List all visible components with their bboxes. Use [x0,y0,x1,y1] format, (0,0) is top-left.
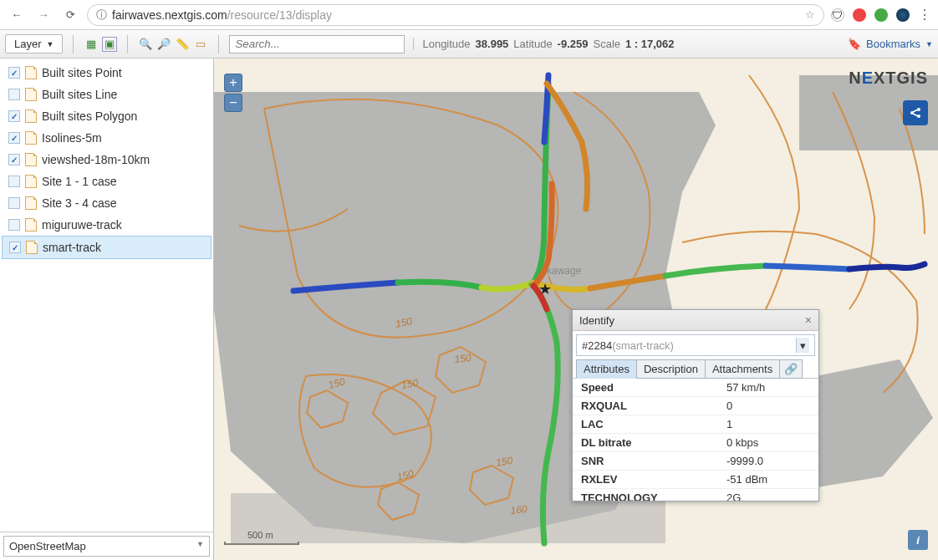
shield-icon[interactable]: 🛡 [831,8,844,22]
basemap-selector[interactable]: OpenStreetMap ▼ [3,536,210,557]
identify-feature-layer: (smart-track) [612,339,674,352]
layer-item[interactable]: miguruwe-track [2,214,212,236]
svg-text:★: ★ [538,281,552,298]
opera-icon[interactable] [853,8,866,22]
checkbox[interactable] [8,67,20,79]
layer-label: Site 3 - 4 case [42,196,117,210]
checkbox[interactable] [8,89,20,100]
layer-item[interactable]: Built sites Polygon [2,105,212,127]
basemap-selector-wrap: OpenStreetMap ▼ [0,532,213,560]
reload-button[interactable]: ⟳ [60,5,80,25]
layer-label: Isolines-5m [42,131,102,145]
chevron-down-icon: ▾ [796,338,809,353]
share-button[interactable] [903,100,928,125]
checkbox[interactable] [8,132,20,144]
attr-value: -9999.0 [726,455,810,467]
measure-area-icon[interactable]: ▭ [193,37,208,52]
url-text: fairwaves.nextgis.com/resource/13/displa… [112,8,800,22]
attribute-row: Speed57 km/h [573,379,818,397]
sidebar: Built sites Point Built sites Line Built… [0,59,214,560]
chevron-down-icon: ▼ [47,40,54,48]
browser-toolbar: ← → ⟳ ⓘ fairwaves.nextgis.com/resource/1… [0,0,938,30]
identify-feature-select[interactable]: #2284 (smart-track) ▾ [576,334,815,356]
layer-item[interactable]: smart-track [2,236,212,259]
checkbox[interactable] [9,242,21,253]
zoom-out-button[interactable]: − [224,94,242,112]
attr-key: LAC [581,418,726,430]
identify-title: Identify [579,314,614,327]
attr-key: TECHNOLOGY [581,491,726,498]
document-icon [25,175,37,188]
bookmark-icon: 🔖 [848,38,861,50]
checkbox[interactable] [8,176,20,187]
tab-description[interactable]: Description [636,359,706,379]
attribute-row: DL bitrate0 kbps [573,434,818,452]
attr-value: 2G [726,491,810,498]
info-button[interactable]: i [908,530,928,550]
layer-label: smart-track [43,241,101,254]
search-input[interactable] [229,35,405,53]
map[interactable]: ★ kawage 150 150 150 150 150 150 160 + −… [214,59,938,560]
attr-value: 0 kbps [726,436,810,449]
attr-value: -51 dBm [726,473,810,486]
extension-icons: 🛡 ⋮ [831,7,931,23]
star-icon[interactable]: ☆ [805,8,815,21]
document-icon [25,131,37,145]
green-ext-icon[interactable] [874,8,888,22]
checkbox[interactable] [8,154,20,165]
chevron-down-icon: ▼ [196,540,204,552]
document-icon [26,241,38,254]
zoom-control: + − [224,74,242,114]
attr-value: 57 km/h [726,381,810,394]
zoom-in-icon[interactable]: 🔍 [138,37,153,52]
attribute-row: SNR-9999.0 [573,452,818,471]
document-icon [25,196,37,210]
attribute-row: TECHNOLOGY2G [573,489,818,501]
zoom-out-icon[interactable]: 🔎 [156,37,171,52]
checkbox[interactable] [8,219,20,231]
attr-value: 1 [726,418,810,430]
layer-item[interactable]: Isolines-5m [2,127,212,149]
document-icon [25,88,37,101]
url-bar[interactable]: ⓘ fairwaves.nextgis.com/resource/13/disp… [87,4,824,26]
tab-attributes[interactable]: Attributes [576,359,637,379]
layer-label: Built sites Line [42,88,117,101]
attribute-row: LAC1 [573,415,818,434]
attr-key: Speed [581,381,726,394]
blue-ext-icon[interactable] [896,8,910,22]
zoom-in-button[interactable]: + [224,74,242,92]
select-all-icon[interactable]: ▦ [84,37,99,52]
coordinates: Longitude 38.995 Latitude -9.259 Scale 1… [413,38,674,50]
document-icon [25,109,37,123]
layer-item[interactable]: viewshed-18m-10km [2,149,212,171]
back-button[interactable]: ← [7,5,27,25]
layer-label: miguruwe-track [42,218,122,232]
checkbox[interactable] [8,197,20,209]
layer-label: Built sites Point [42,66,122,79]
measure-line-icon[interactable]: 📏 [175,37,190,52]
checkbox[interactable] [8,110,20,122]
layer-list: Built sites Point Built sites Line Built… [0,59,213,532]
identify-header[interactable]: Identify × [573,310,818,331]
document-icon [25,218,37,232]
attr-key: SNR [581,455,726,467]
bookmarks-label: Bookmarks [866,38,920,50]
forward-button[interactable]: → [33,5,54,25]
layer-item[interactable]: Built sites Point [2,62,212,84]
basemap-label: OpenStreetMap [9,540,86,552]
layer-dropdown[interactable]: Layer ▼ [5,34,63,53]
attr-value: 0 [726,400,810,412]
layer-item[interactable]: Site 3 - 4 case [2,192,212,214]
identify-panel: Identify × #2284 (smart-track) ▾ Attribu… [572,309,819,501]
layer-item[interactable]: Built sites Line [2,84,212,105]
svg-text:160: 160 [510,503,528,517]
tab-attachments[interactable]: Attachments [705,359,780,379]
tab-link-icon[interactable]: 🔗 [779,359,803,379]
menu-icon[interactable]: ⋮ [918,7,931,23]
layer-item[interactable]: Site 1 - 1 case [2,171,212,192]
attributes-table: Speed57 km/hRXQUAL0LAC1DL bitrate0 kbpsS… [573,378,818,501]
bookmarks-dropdown[interactable]: 🔖 Bookmarks ▼ [848,38,933,50]
select-box-icon[interactable]: ▣ [102,37,117,52]
identify-feature-id: #2284 [582,339,612,352]
close-icon[interactable]: × [805,313,812,327]
